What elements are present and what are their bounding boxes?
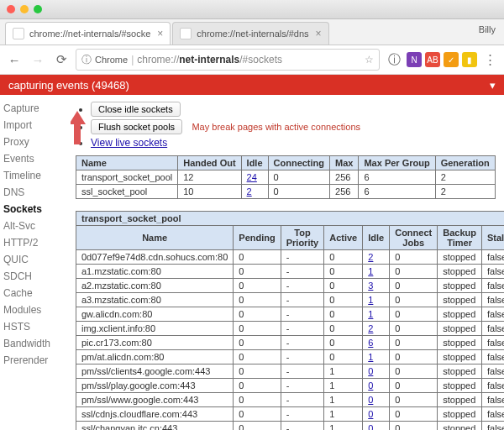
action-view-live: View live sockets: [91, 137, 496, 149]
sidebar-item-import[interactable]: Import: [3, 117, 67, 134]
idle-link[interactable]: 1: [368, 295, 373, 305]
col-header: Pending: [234, 226, 281, 250]
table-row: pm/ssl/play.google.com:4430-100stoppedfa…: [76, 379, 505, 393]
sidebar-item-quic[interactable]: QUIC: [3, 251, 67, 268]
col-header: Name: [76, 156, 178, 170]
sidebar-item-capture[interactable]: Capture: [3, 100, 67, 117]
main-content: Close idle sockets Flush socket pools Ma…: [71, 95, 504, 430]
col-header: Name: [76, 226, 234, 250]
col-header: BackupTimer: [438, 226, 482, 250]
sidebar-item-events[interactable]: Events: [3, 150, 67, 167]
idle-link[interactable]: 24: [247, 172, 257, 182]
tab-title: chrome://net-internals/#dns: [197, 29, 308, 39]
close-tab-icon[interactable]: ×: [157, 28, 163, 39]
action-close-idle: Close idle sockets: [91, 102, 496, 117]
table-row: pm/ssl/clients4.google.com:4430-100stopp…: [76, 364, 505, 379]
url-text: chrome://net-internals/#sockets: [137, 54, 282, 66]
extensions: ⓘ N AB ✓ ▮ ⋮: [385, 50, 499, 69]
sidebar-item-proxy[interactable]: Proxy: [3, 134, 67, 150]
idle-link[interactable]: 0: [368, 395, 373, 405]
idle-link[interactable]: 1: [368, 266, 373, 276]
flush-pools-button[interactable]: Flush socket pools: [91, 119, 182, 134]
pool-title: transport_socket_pool: [76, 212, 505, 226]
table-row: transport_socket_pool1224025662: [76, 170, 496, 185]
table-row: ssl/changyan.itc.cn:4430-100stoppedfalse: [76, 422, 505, 431]
browser-tab[interactable]: chrome://net-internals/#socke×: [5, 22, 171, 45]
table-row: 0d077ef9e74d8.cdn.sohucs.com:800-020stop…: [76, 250, 505, 265]
idle-link[interactable]: 0: [368, 423, 373, 430]
idle-link[interactable]: 1: [368, 352, 373, 362]
idle-link[interactable]: 0: [368, 380, 373, 391]
idle-link[interactable]: 0: [368, 366, 373, 376]
sidebar-item-modules[interactable]: Modules: [3, 302, 67, 318]
sidebar: CaptureImportProxyEventsTimelineDNSSocke…: [0, 95, 71, 430]
window-titlebar: [0, 0, 504, 19]
capture-text: capturing events (49468): [8, 79, 129, 92]
capture-bar[interactable]: capturing events (49468) ▾: [0, 75, 504, 95]
tab-strip: chrome://net-internals/#socke×chrome://n…: [0, 19, 504, 45]
idle-link[interactable]: 2: [368, 323, 373, 333]
address-bar[interactable]: ⓘ Chrome | chrome://net-internals/#socke…: [76, 49, 380, 71]
ext-icon-postman[interactable]: ✓: [444, 52, 459, 67]
star-icon[interactable]: ☆: [365, 54, 374, 66]
col-header: Idle: [363, 226, 390, 250]
reload-button[interactable]: ⟳: [52, 50, 71, 69]
toolbar: ← → ⟳ ⓘ Chrome | chrome://net-internals/…: [0, 45, 504, 75]
actions-list: Close idle sockets Flush socket pools Ma…: [91, 102, 496, 149]
col-header: Handed Out: [178, 156, 241, 170]
idle-link[interactable]: 2: [368, 252, 373, 262]
tab-title: chrome://net-internals/#socke: [29, 29, 150, 39]
col-header: Generation: [435, 156, 495, 170]
close-window-icon[interactable]: [7, 5, 15, 13]
profile-name[interactable]: Billy: [479, 24, 496, 34]
table-row: a2.mzstatic.com:800-030stoppedfalse: [76, 279, 505, 293]
omnibox-info-icon[interactable]: ⓘ: [385, 50, 403, 69]
table-row: pm/at.alicdn.com:800-010stoppedfalse: [76, 350, 505, 364]
col-header: Max Per Group: [359, 156, 435, 170]
sidebar-item-sockets[interactable]: Sockets: [3, 201, 67, 218]
summary-table: NameHanded OutIdleConnectingMaxMax Per G…: [76, 155, 496, 199]
window-controls: [7, 5, 42, 13]
ext-icon-onenote[interactable]: N: [407, 52, 422, 67]
sidebar-item-bandwidth[interactable]: Bandwidth: [3, 335, 67, 352]
favicon-icon: [180, 28, 192, 39]
action-flush: Flush socket pools May break pages with …: [91, 119, 496, 134]
menu-icon[interactable]: ⋮: [480, 50, 499, 69]
close-tab-icon[interactable]: ×: [316, 28, 322, 39]
sidebar-item-prerender[interactable]: Prerender: [3, 352, 67, 369]
flush-warning: May break pages with active connections: [192, 122, 360, 132]
col-header: Idle: [241, 156, 268, 170]
ext-icon-analytics[interactable]: ▮: [462, 52, 477, 67]
browser-tab[interactable]: chrome://net-internals/#dns×: [172, 22, 328, 45]
col-header: TopPriority: [281, 226, 324, 250]
idle-link[interactable]: 0: [368, 409, 373, 419]
table-row: a1.mzstatic.com:800-010stoppedfalse: [76, 265, 505, 279]
col-header: Active: [324, 226, 363, 250]
sidebar-item-http2[interactable]: HTTP/2: [3, 234, 67, 251]
idle-link[interactable]: 6: [368, 338, 373, 348]
idle-link[interactable]: 3: [368, 281, 373, 291]
table-row: pm/ssl/www.google.com:4430-100stoppedfal…: [76, 393, 505, 407]
idle-link[interactable]: 1: [368, 309, 373, 319]
forward-button[interactable]: →: [29, 50, 47, 69]
dropdown-icon[interactable]: ▾: [490, 79, 496, 92]
maximize-window-icon[interactable]: [34, 5, 42, 13]
secure-label: Chrome: [95, 55, 128, 65]
minimize-window-icon[interactable]: [20, 5, 29, 13]
idle-link[interactable]: 2: [247, 186, 252, 197]
col-header: Stalled: [481, 226, 504, 250]
sidebar-item-hsts[interactable]: HSTS: [3, 318, 67, 335]
sidebar-item-timeline[interactable]: Timeline: [3, 167, 67, 184]
close-idle-button[interactable]: Close idle sockets: [91, 102, 181, 117]
sidebar-item-sdch[interactable]: SDCH: [3, 268, 67, 285]
view-live-link[interactable]: View live sockets: [91, 137, 167, 149]
ext-icon-abp[interactable]: AB: [425, 52, 440, 67]
table-row: pic.cr173.com:800-060stoppedfalse: [76, 336, 505, 350]
sidebar-item-dns[interactable]: DNS: [3, 184, 67, 201]
back-button[interactable]: ←: [5, 50, 24, 69]
sidebar-item-altsvc[interactable]: Alt-Svc: [3, 218, 67, 234]
pool-table: transport_socket_poolNamePendingTopPrior…: [76, 211, 504, 430]
sidebar-item-cache[interactable]: Cache: [3, 285, 67, 302]
table-row: img.xclient.info:800-020stoppedfalse: [76, 322, 505, 336]
info-icon: ⓘ: [81, 53, 92, 67]
